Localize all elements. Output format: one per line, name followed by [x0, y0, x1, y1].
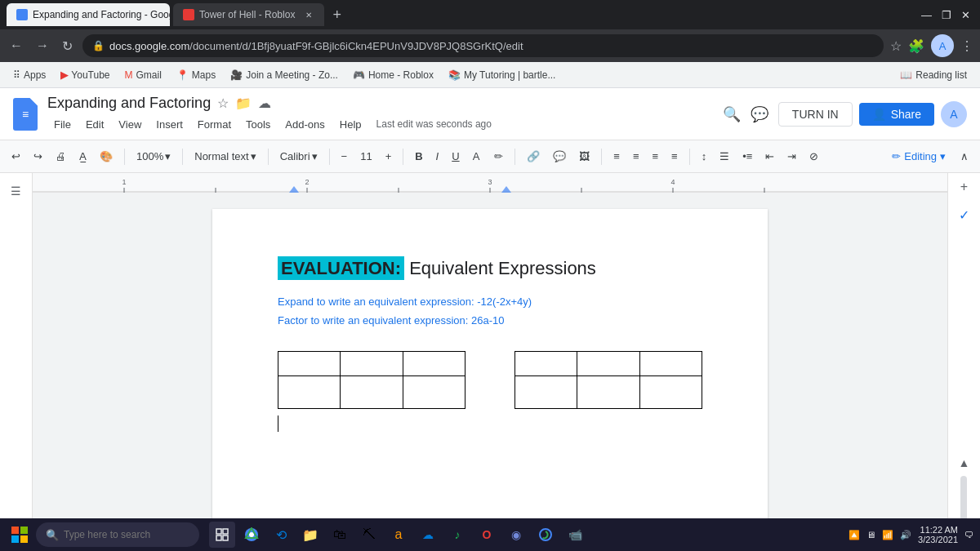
editing-mode-button[interactable]: ✏ Editing ▾: [885, 147, 952, 166]
zoom-select[interactable]: 100% ▾: [131, 147, 176, 166]
bookmark-tutoring[interactable]: 📚 My Tutoring | bartle...: [442, 66, 563, 84]
new-tab-button[interactable]: +: [327, 7, 346, 24]
taskview-button[interactable]: [209, 522, 235, 548]
star-doc-icon[interactable]: ☆: [217, 96, 229, 111]
bookmark-zoom[interactable]: 🎥 Join a Meeting - Zo...: [224, 66, 345, 84]
indent-decrease-button[interactable]: ⇤: [760, 147, 779, 166]
factor-cell-empty[interactable]: [515, 352, 577, 376]
clear-formatting-button[interactable]: ⊘: [804, 147, 823, 166]
menu-icon[interactable]: ⋮: [960, 38, 973, 54]
reading-list-button[interactable]: 📖 Reading list: [893, 66, 973, 84]
profile-icon[interactable]: A: [931, 34, 954, 57]
outline-icon[interactable]: ☰: [5, 180, 28, 202]
align-left-button[interactable]: ≡: [608, 147, 625, 166]
taskbar-action-center[interactable]: 🗨: [964, 530, 973, 540]
redo-button[interactable]: ↪: [29, 147, 47, 166]
menu-insert[interactable]: Insert: [149, 115, 189, 134]
close-icon[interactable]: ✕: [961, 9, 970, 21]
expand-cell-h1[interactable]: [341, 352, 403, 376]
align-right-button[interactable]: ≡: [647, 147, 663, 166]
undo-button[interactable]: ↩: [7, 147, 25, 166]
tab-roblox[interactable]: Tower of Hell - Roblox ✕: [173, 3, 324, 26]
doc-area[interactable]: EVALUATION: Equivalent Expressions Expan…: [33, 193, 947, 551]
bookmark-youtube[interactable]: ▶ YouTube: [54, 66, 116, 84]
taskbar-onedrive[interactable]: ☁: [415, 522, 441, 548]
bullet-list-button[interactable]: •≡: [737, 147, 757, 166]
start-button[interactable]: [7, 522, 33, 548]
toolbar-collapse-button[interactable]: ∧: [956, 147, 973, 166]
taskbar-edge[interactable]: ⟲: [268, 522, 294, 548]
taskbar-amazon[interactable]: a: [385, 522, 412, 548]
factor-cell-r1c2[interactable]: [577, 376, 639, 409]
bold-button[interactable]: B: [410, 147, 427, 166]
taskbar-display-icon[interactable]: 🖥: [866, 530, 875, 540]
bookmark-apps[interactable]: ⠿ Apps: [7, 66, 52, 84]
factor-cell-h1[interactable]: [577, 352, 639, 376]
taskbar-ms-office[interactable]: O: [474, 522, 500, 548]
highlight-button[interactable]: ✏: [489, 147, 508, 166]
menu-format[interactable]: Format: [191, 115, 238, 134]
align-center-button[interactable]: ≡: [628, 147, 644, 166]
italic-button[interactable]: I: [431, 147, 444, 166]
style-select[interactable]: Normal text ▾: [189, 147, 261, 166]
image-button[interactable]: 🖼: [574, 147, 595, 166]
comment-button[interactable]: 💬: [548, 147, 571, 166]
bookmark-maps[interactable]: 📍 Maps: [170, 66, 222, 84]
turn-in-button[interactable]: TURN IN: [778, 102, 853, 127]
factor-cell-r1c1[interactable]: [515, 376, 577, 409]
factor-cell-r1c3[interactable]: [639, 376, 702, 409]
text-color-button[interactable]: A: [468, 147, 487, 166]
maximize-icon[interactable]: ❐: [942, 9, 951, 21]
underline-button[interactable]: U: [447, 147, 464, 166]
taskbar-volume-icon[interactable]: 🔊: [900, 530, 911, 540]
factor-cell-h2[interactable]: [639, 352, 702, 376]
taskbar-google[interactable]: [532, 522, 559, 548]
font-size-decrease[interactable]: −: [336, 147, 353, 166]
taskbar-notification-icon[interactable]: 🔼: [849, 530, 860, 540]
taskbar-store[interactable]: 🛍: [327, 522, 353, 548]
taskbar-clock[interactable]: 11:22 AM 3/23/2021: [918, 525, 958, 544]
taskbar-spotify[interactable]: ♪: [444, 522, 470, 548]
bookmark-gmail[interactable]: M Gmail: [118, 66, 168, 84]
folder-icon[interactable]: 📁: [235, 96, 252, 111]
expand-cell-r1c1[interactable]: [278, 376, 341, 409]
spellcheck-button[interactable]: A̲: [74, 147, 91, 166]
taskbar-zoom-app[interactable]: 📹: [562, 522, 588, 548]
list-button[interactable]: ☰: [715, 147, 734, 166]
account-avatar[interactable]: A: [941, 101, 967, 127]
taskbar-minecraft[interactable]: ⛏: [356, 522, 382, 548]
taskbar-discord[interactable]: ◉: [503, 522, 529, 548]
check-icon[interactable]: ✓: [959, 207, 969, 223]
search-icon[interactable]: 🔍: [723, 105, 741, 123]
justify-button[interactable]: ≡: [666, 147, 683, 166]
taskbar-files[interactable]: 📁: [297, 522, 323, 548]
taskbar-search-input[interactable]: [64, 529, 178, 540]
comments-icon[interactable]: 💬: [751, 105, 768, 123]
tab-expanding-factoring-docs[interactable]: Expanding and Factoring - Goog ✕: [7, 3, 170, 26]
menu-tools[interactable]: Tools: [239, 115, 277, 134]
add-comment-icon[interactable]: +: [960, 180, 968, 194]
expand-cell-h2[interactable]: [403, 352, 465, 376]
tab-close-2[interactable]: ✕: [303, 9, 314, 20]
taskbar-search-bar[interactable]: 🔍: [36, 522, 199, 547]
share-button[interactable]: 👤 Share: [859, 103, 934, 126]
expand-cell-r1c3[interactable]: [403, 376, 465, 409]
link-button[interactable]: 🔗: [522, 147, 545, 166]
font-select[interactable]: Calibri ▾: [275, 147, 323, 166]
url-bar[interactable]: 🔒 docs.google.com/document/d/1Bfj8yuatF9…: [82, 34, 884, 57]
minimize-icon[interactable]: —: [921, 9, 932, 21]
reload-button[interactable]: ↻: [59, 35, 76, 57]
back-button[interactable]: ←: [7, 35, 26, 56]
menu-addons[interactable]: Add-ons: [278, 115, 331, 134]
font-size-field[interactable]: 11: [355, 147, 376, 166]
extensions-icon[interactable]: 🧩: [908, 38, 924, 54]
menu-file[interactable]: File: [47, 115, 78, 134]
paint-format-button[interactable]: 🎨: [95, 147, 118, 166]
line-spacing-button[interactable]: ↕: [697, 147, 712, 166]
taskbar-network-icon[interactable]: 📶: [882, 530, 893, 540]
doc-title[interactable]: Expanding and Factoring: [47, 95, 211, 112]
menu-view[interactable]: View: [112, 115, 148, 134]
scrollbar-thumb[interactable]: [960, 476, 967, 525]
menu-help[interactable]: Help: [333, 115, 368, 134]
print-button[interactable]: 🖨: [51, 147, 71, 166]
